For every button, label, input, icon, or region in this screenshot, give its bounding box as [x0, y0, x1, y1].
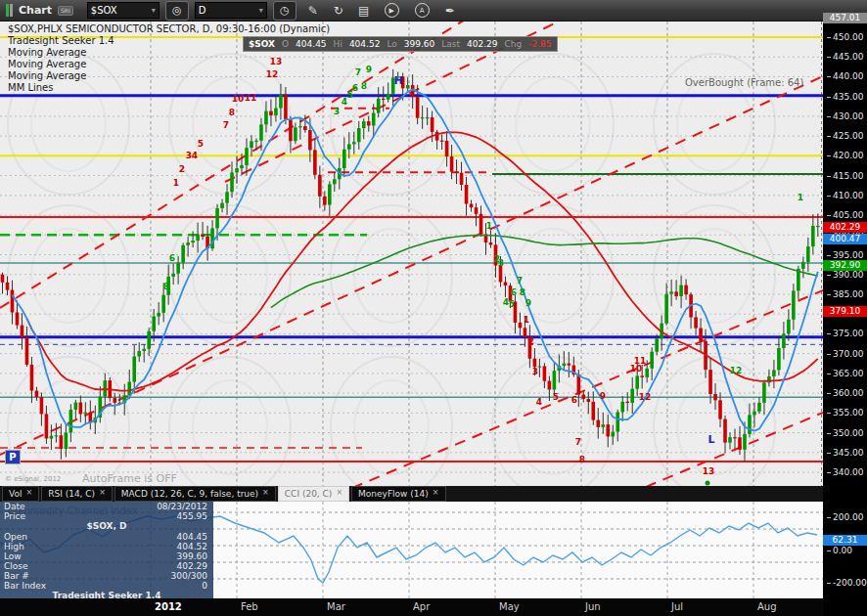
candlestick[interactable]: [30, 365, 34, 391]
candlestick[interactable]: [323, 197, 327, 205]
candlestick[interactable]: [191, 241, 195, 242]
candlestick[interactable]: [245, 148, 249, 165]
candlestick[interactable]: [152, 317, 156, 331]
candlestick[interactable]: [284, 95, 288, 120]
indicator-tab-rsi[interactable]: RSI (14, C)×: [41, 486, 113, 502]
candlestick[interactable]: [294, 127, 297, 141]
candlestick[interactable]: [176, 263, 180, 274]
candlestick[interactable]: [35, 391, 39, 398]
candlestick[interactable]: [787, 320, 791, 334]
candlestick[interactable]: [328, 184, 332, 204]
candlestick[interactable]: [582, 395, 586, 399]
candlestick[interactable]: [25, 337, 29, 365]
candlestick[interactable]: [543, 366, 547, 380]
candlestick[interactable]: [235, 168, 239, 172]
close-icon[interactable]: ×: [262, 488, 269, 497]
candlestick[interactable]: [650, 352, 654, 369]
candlestick[interactable]: [440, 141, 444, 142]
candlestick[interactable]: [201, 235, 205, 238]
indicator-tab-macd[interactable]: MACD (12, 26, C, 9, false, true)×: [114, 486, 276, 502]
ink-pen-button[interactable]: ✒: [439, 4, 461, 18]
candlestick[interactable]: [367, 121, 371, 125]
candlestick[interactable]: [606, 424, 610, 436]
candlestick[interactable]: [548, 381, 552, 390]
candlestick[interactable]: [792, 290, 796, 319]
chevron-down-icon[interactable]: ▾: [152, 6, 156, 15]
candlestick[interactable]: [1, 275, 5, 283]
candlestick[interactable]: [475, 207, 479, 214]
candlestick[interactable]: [382, 99, 386, 100]
cci-panel[interactable]: Commodity Channel Index Date08/23/2012Pr…: [0, 502, 823, 598]
candlestick[interactable]: [347, 144, 351, 149]
close-icon[interactable]: ×: [25, 488, 32, 497]
candlestick[interactable]: [694, 317, 698, 328]
candlestick[interactable]: [406, 85, 410, 88]
candlestick[interactable]: [674, 291, 678, 296]
candlestick[interactable]: [772, 370, 776, 376]
candlestick[interactable]: [274, 109, 278, 115]
candlestick[interactable]: [470, 204, 474, 208]
candlestick[interactable]: [387, 94, 390, 100]
candlestick[interactable]: [801, 262, 805, 269]
candlestick[interactable]: [210, 228, 214, 248]
candlestick[interactable]: [723, 419, 727, 443]
candlestick[interactable]: [524, 328, 527, 336]
candlestick[interactable]: [127, 382, 131, 396]
quote-board-button[interactable]: ▤: [353, 4, 375, 18]
candlestick[interactable]: [50, 436, 54, 439]
candlestick[interactable]: [113, 398, 116, 403]
candlestick[interactable]: [699, 329, 703, 341]
candlestick[interactable]: [289, 119, 293, 141]
main-chart-panel[interactable]: 3456789131211108712345681234567891234567…: [0, 22, 823, 486]
trend-channel-line[interactable]: [646, 413, 823, 486]
candlestick[interactable]: [757, 403, 761, 412]
candlestick[interactable]: [157, 313, 160, 317]
close-icon[interactable]: ×: [99, 488, 106, 497]
candlestick[interactable]: [372, 113, 376, 126]
candlestick[interactable]: [55, 435, 59, 436]
candlestick[interactable]: [738, 437, 742, 450]
candlestick[interactable]: [269, 111, 273, 115]
candlestick[interactable]: [132, 357, 136, 382]
candlestick[interactable]: [748, 415, 752, 434]
candlestick[interactable]: [21, 326, 24, 337]
candlestick[interactable]: [65, 432, 68, 449]
auto-button[interactable]: A: [415, 3, 430, 18]
chevron-down-icon[interactable]: ▾: [259, 6, 263, 15]
draw-pencil-button[interactable]: ✎: [302, 4, 324, 18]
candlestick[interactable]: [313, 150, 317, 174]
candlestick[interactable]: [357, 128, 361, 142]
candlestick[interactable]: [655, 338, 659, 351]
candlestick[interactable]: [601, 424, 605, 427]
candlestick[interactable]: [137, 351, 141, 356]
candlestick[interactable]: [254, 141, 258, 142]
candlestick[interactable]: [465, 185, 469, 204]
candlestick[interactable]: [426, 117, 430, 118]
candlestick[interactable]: [728, 437, 732, 442]
candlestick[interactable]: [460, 173, 464, 185]
candlestick[interactable]: [479, 214, 483, 235]
candlestick[interactable]: [318, 175, 322, 197]
candlestick[interactable]: [713, 394, 717, 400]
candlestick[interactable]: [11, 290, 15, 313]
candlestick[interactable]: [669, 291, 673, 293]
candlestick[interactable]: [450, 156, 454, 172]
candlestick[interactable]: [298, 126, 302, 127]
candlestick[interactable]: [806, 246, 810, 262]
candlestick[interactable]: [733, 437, 737, 438]
symbol-search-button[interactable]: ◎: [165, 1, 189, 21]
candlestick[interactable]: [811, 226, 815, 246]
candlestick[interactable]: [362, 121, 366, 128]
candlestick[interactable]: [230, 172, 234, 192]
indicator-tab-vol[interactable]: Vol×: [2, 486, 39, 502]
candlestick[interactable]: [591, 402, 595, 420]
candlestick[interactable]: [147, 331, 151, 349]
price-chart-canvas[interactable]: 3456789131211108712345681234567891234567…: [0, 22, 823, 486]
candlestick[interactable]: [611, 432, 615, 437]
candlestick[interactable]: [264, 111, 268, 125]
candlestick[interactable]: [718, 400, 722, 418]
candlestick[interactable]: [186, 242, 190, 245]
candlestick[interactable]: [553, 371, 557, 389]
candlestick[interactable]: [6, 283, 10, 290]
candlestick[interactable]: [279, 95, 283, 109]
